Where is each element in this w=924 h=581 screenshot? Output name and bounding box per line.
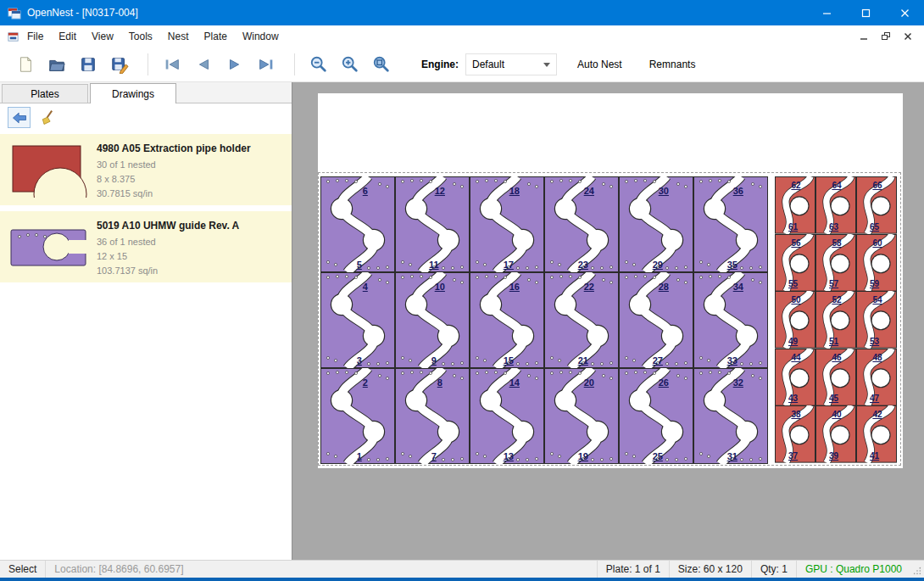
nest-part-pair-red[interactable]: 4443 <box>775 349 815 406</box>
nest-part-pair-purple[interactable]: 1817 <box>470 176 544 272</box>
part-number: 15 <box>504 355 514 366</box>
clean-broom-icon <box>40 109 57 126</box>
part-number: 64 <box>832 181 841 190</box>
nest-part-pair-purple[interactable]: 3635 <box>693 176 768 272</box>
drawing-list-item[interactable]: 5019 A10 UHMW guide Rev. A 36 of 1 neste… <box>0 211 292 282</box>
part-number: 52 <box>832 295 841 304</box>
save-as-button[interactable] <box>106 51 133 78</box>
zoom-out-button[interactable] <box>305 51 332 78</box>
nest-part-pair-red[interactable]: 6665 <box>856 176 897 234</box>
part-number: 29 <box>653 260 663 270</box>
auto-nest-button[interactable]: Auto Nest <box>571 59 629 70</box>
part-number: 14 <box>509 377 520 388</box>
tab-drawings[interactable]: Drawings <box>90 83 176 103</box>
nest-part-pair-red[interactable]: 6059 <box>856 234 897 292</box>
part-number: 51 <box>829 337 838 346</box>
remnants-button[interactable]: Remnants <box>643 59 703 70</box>
nest-part-pair-red[interactable]: 6261 <box>775 176 815 234</box>
mdi-restore-button[interactable] <box>877 29 895 44</box>
part-number: 6 <box>363 186 368 196</box>
nest-part-pair-red[interactable]: 6463 <box>815 176 856 234</box>
nest-part-pair-purple[interactable]: 3433 <box>693 272 768 368</box>
menu-item-tools[interactable]: Tools <box>121 25 160 47</box>
part-number: 50 <box>791 295 800 304</box>
nest-part-pair-red[interactable]: 5857 <box>815 234 856 292</box>
nest-part-pair-red[interactable]: 5251 <box>815 291 856 349</box>
clean-button[interactable] <box>36 107 59 128</box>
menu-item-edit[interactable]: Edit <box>51 25 84 47</box>
open-button[interactable] <box>43 51 70 78</box>
zoom-in-button[interactable] <box>337 51 364 78</box>
nest-part-pair-purple[interactable]: 2221 <box>544 272 619 368</box>
nav-last-button[interactable] <box>253 51 280 78</box>
nest-part-pair-purple[interactable]: 21 <box>320 368 395 464</box>
nest-part-pair-red[interactable]: 4645 <box>815 349 856 406</box>
save-button[interactable] <box>75 51 102 78</box>
menu-item-nest[interactable]: Nest <box>160 25 197 47</box>
resize-grip[interactable] <box>910 561 924 578</box>
part-number: 7 <box>431 451 437 461</box>
menu-item-file[interactable]: File <box>19 25 51 47</box>
menu-item-view[interactable]: View <box>84 25 121 47</box>
part-number: 60 <box>872 238 882 248</box>
part-number: 63 <box>829 222 838 232</box>
mdi-minimize-button[interactable] <box>854 29 873 44</box>
minimize-button[interactable] <box>807 0 846 25</box>
nest-part-pair-purple[interactable]: 87 <box>395 368 470 464</box>
zoom-fit-button[interactable] <box>368 51 395 78</box>
nest-part-pair-red[interactable]: 5453 <box>856 291 897 349</box>
nav-first-icon <box>163 55 181 74</box>
part-number: 17 <box>504 260 514 270</box>
toolbar-separator <box>148 53 148 75</box>
nest-part-pair-purple[interactable]: 1211 <box>395 176 470 272</box>
nest-canvas[interactable]: 6512111817242330293635431091615222128273… <box>292 82 924 560</box>
engine-select[interactable]: Default <box>465 53 557 75</box>
menu-item-window[interactable]: Window <box>235 25 287 47</box>
flip-part-button[interactable] <box>8 107 31 128</box>
nest-part-pair-purple[interactable]: 1615 <box>470 272 544 368</box>
nest-part-pair-red[interactable]: 4039 <box>815 405 856 463</box>
nest-part-pair-purple[interactable]: 109 <box>395 272 470 368</box>
nest-part-pair-purple[interactable]: 2423 <box>544 176 619 272</box>
tab-plates[interactable]: Plates <box>2 84 88 103</box>
nav-next-button[interactable] <box>221 51 248 78</box>
purple-part-shape <box>8 221 89 272</box>
nest-part-pair-purple[interactable]: 3029 <box>619 176 693 272</box>
menu-item-plate[interactable]: Plate <box>197 25 235 47</box>
maximize-button[interactable] <box>846 0 885 25</box>
drawings-toolbar <box>0 103 292 131</box>
drawing-size: 8 x 8.375 <box>97 172 251 187</box>
nest-part-pair-red[interactable]: 4847 <box>856 349 897 406</box>
drawing-list-item[interactable]: 4980 A05 Extraction pipe holder 30 of 1 … <box>0 134 292 205</box>
nest-part-pair-red[interactable]: 5655 <box>775 234 815 292</box>
red-part-shape <box>8 142 89 198</box>
nest-part-pair-purple[interactable]: 2019 <box>544 368 619 464</box>
status-location: Location: [84.8696, 60.6957] <box>46 561 192 578</box>
maximize-icon <box>861 8 871 18</box>
panel-tabstrip: Plates Drawings <box>0 82 292 103</box>
nav-first-button[interactable] <box>159 51 186 78</box>
nest-part-pair-purple[interactable]: 2827 <box>619 272 693 368</box>
status-qty: Qty: 1 <box>751 561 796 578</box>
nest-part-pair-purple[interactable]: 3231 <box>693 368 768 464</box>
nest-part-pair-red[interactable]: 3837 <box>775 405 815 463</box>
nest-part-pair-purple[interactable]: 43 <box>320 272 395 368</box>
status-mode: Select <box>0 561 45 578</box>
nest-part-pair-red[interactable]: 5049 <box>775 291 815 349</box>
close-button[interactable] <box>885 0 924 25</box>
dropdown-arrow-icon <box>543 63 550 67</box>
nest-part-pair-purple[interactable]: 65 <box>320 176 395 272</box>
status-right-group: Plate: 1 of 1 Size: 60 x 120 Qty: 1 GPU … <box>597 561 924 578</box>
nest-part-pair-red[interactable]: 4241 <box>856 405 897 463</box>
nav-previous-button[interactable] <box>190 51 217 78</box>
status-plate: Plate: 1 of 1 <box>597 561 669 578</box>
plate-sheet: 6512111817242330293635431091615222128273… <box>318 172 901 466</box>
nav-next-icon <box>225 55 244 74</box>
new-file-button[interactable] <box>12 51 39 78</box>
left-panel: Plates Drawings <box>0 82 292 560</box>
nest-part-pair-purple[interactable]: 2625 <box>619 368 693 464</box>
engine-selected-value: Default <box>472 59 543 70</box>
mdi-close-button[interactable] <box>899 29 917 44</box>
part-number: 47 <box>870 394 879 403</box>
nest-part-pair-purple[interactable]: 1413 <box>470 368 544 464</box>
